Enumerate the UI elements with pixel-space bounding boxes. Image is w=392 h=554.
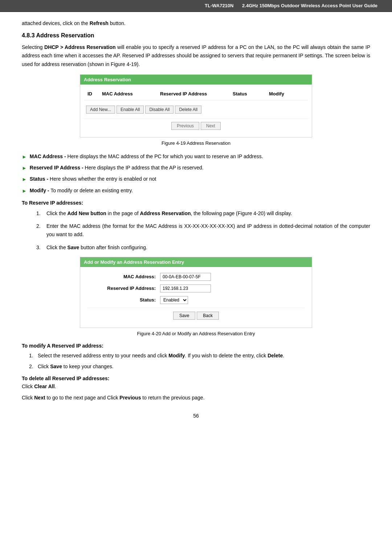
table1-buttons: Add New... Enable All Disable All Delete… <box>84 106 308 114</box>
bullet-arrow-1: ► <box>22 153 27 161</box>
bullet-mac: ► MAC Address - Here displays the MAC ad… <box>22 152 370 161</box>
status-label: Status: <box>87 297 160 303</box>
step-2-content: Enter the MAC address (the format for th… <box>46 222 370 239</box>
form-buttons: Save Back <box>87 308 305 322</box>
intro-paragraph: attached devices, click on the Refresh b… <box>22 19 370 27</box>
form-row-mac: MAC Address: <box>87 273 305 281</box>
bullet-rip-text: Reserved IP Address - Here displays the … <box>30 164 204 172</box>
table2-header: Add or Modify an Address Reservation Ent… <box>80 257 312 267</box>
rip-label: Reserved IP Address: <box>87 286 160 291</box>
bullet-arrow-2: ► <box>22 164 27 172</box>
modify-step-1-text: Select the reserved address entry to you… <box>38 352 284 360</box>
bullet-mac-text: MAC Address - Here displays the MAC addr… <box>30 152 263 160</box>
col-mac: MAC Address <box>102 91 160 97</box>
step-3: 3. Click the Save button after finish co… <box>36 243 370 252</box>
bullet-arrow-3: ► <box>22 175 27 183</box>
bullet-arrow-4: ► <box>22 187 27 195</box>
enable-all-button[interactable]: Enable All <box>117 106 144 114</box>
delete-all-button[interactable]: Delete All <box>175 106 201 114</box>
step-1: 1. Click the Add New button in the page … <box>36 209 370 218</box>
disable-all-button[interactable]: Disable All <box>145 106 173 114</box>
status-select[interactable]: Enabled Disabled <box>160 296 188 304</box>
bullet-rip: ► Reserved IP Address - Here displays th… <box>22 164 370 172</box>
bullet-modify-text: Modify - To modify or delete an existing… <box>30 186 133 194</box>
add-new-button[interactable]: Add New... <box>86 106 115 114</box>
modify-step-1-num: 1. <box>29 352 38 360</box>
col-status: Status <box>233 91 269 97</box>
step-3-content: Click the Save button after finish confi… <box>46 243 370 252</box>
header-bar: TL-WA7210N 2.4GHz 150Mbps Outdoor Wirele… <box>0 0 392 12</box>
table1-body: ID MAC Address Reserved IP Address Statu… <box>80 85 312 137</box>
reserve-title: To Reserve IP addresses: <box>22 200 370 206</box>
table2-form: MAC Address: Reserved IP Address: Status… <box>80 267 312 328</box>
table1-header: Address Reservation <box>80 75 312 85</box>
reserve-section: To Reserve IP addresses: 1. Click the Ad… <box>22 200 370 251</box>
mac-label: MAC Address: <box>87 274 160 279</box>
intro-text-before: attached devices, click on the <box>22 20 90 26</box>
bullet-status: ► Status - Here shows whether the entry … <box>22 175 370 183</box>
description-paragraph: Selecting DHCP > Address Reservation wil… <box>22 43 370 68</box>
add-modify-table: Add or Modify an Address Reservation Ent… <box>80 257 312 328</box>
table1-nav: Previous Next <box>84 119 308 133</box>
bullet-modify: ► Modify - To modify or delete an existi… <box>22 186 370 195</box>
modify-title: To modify A Reserved IP address: <box>22 343 370 349</box>
previous-button[interactable]: Previous <box>171 122 199 130</box>
col-rip: Reserved IP Address <box>160 91 233 97</box>
delete-text: Click Clear All. <box>22 383 370 389</box>
col-id: ID <box>84 91 102 97</box>
modify-section: To modify A Reserved IP address: 1. Sele… <box>22 343 370 371</box>
intro-text-after: button. <box>109 20 126 26</box>
bottom-nav-text: Click Next to go to the next page and Cl… <box>22 394 370 402</box>
bullet-status-text: Status - Here shows whether the entry is… <box>30 175 156 183</box>
mac-input[interactable] <box>160 273 211 281</box>
modify-steps: 1. Select the reserved address entry to … <box>29 352 370 371</box>
modify-step-2-num: 2. <box>29 362 38 370</box>
col-modify: Modify <box>269 91 305 97</box>
intro-bold: Refresh <box>90 20 109 26</box>
rip-input[interactable] <box>160 284 211 292</box>
step-1-num: 1. <box>36 209 46 218</box>
step-2-num: 2. <box>36 222 46 239</box>
address-reservation-table: Address Reservation ID MAC Address Reser… <box>80 74 312 138</box>
main-content: attached devices, click on the Refresh b… <box>0 12 392 433</box>
form-row-status: Status: Enabled Disabled <box>87 296 305 304</box>
bullet-list: ► MAC Address - Here displays the MAC ad… <box>22 152 370 195</box>
delete-title: To delete all Reserved IP addresses: <box>22 376 370 381</box>
model-name: TL-WA7210N <box>205 3 233 8</box>
page-number: 56 <box>22 413 370 419</box>
step-3-num: 3. <box>36 243 46 252</box>
modify-step-1: 1. Select the reserved address entry to … <box>29 352 370 360</box>
save-button[interactable]: Save <box>173 312 195 320</box>
modify-step-2-text: Click Save to keep your changes. <box>38 362 114 370</box>
guide-title: 2.4GHz 150Mbps Outdoor Wireless Access P… <box>242 3 377 8</box>
figure1-caption: Figure 4-19 Address Reservation <box>22 140 370 146</box>
section-title: 4.8.3 Address Reservation <box>22 32 370 39</box>
delete-section: To delete all Reserved IP addresses: Cli… <box>22 376 370 389</box>
table1-columns: ID MAC Address Reserved IP Address Statu… <box>84 89 308 100</box>
back-button[interactable]: Back <box>197 312 219 320</box>
next-button[interactable]: Next <box>201 122 221 130</box>
figure2-caption: Figure 4-20 Add or Modify an Address Res… <box>22 331 370 336</box>
modify-step-2: 2. Click Save to keep your changes. <box>29 362 370 370</box>
reserve-steps: 1. Click the Add New button in the page … <box>36 209 370 251</box>
step-2: 2. Enter the MAC address (the format for… <box>36 222 370 239</box>
status-select-wrap: Enabled Disabled <box>160 296 188 304</box>
step-1-content: Click the Add New button in the page of … <box>46 209 370 218</box>
form-row-rip: Reserved IP Address: <box>87 284 305 292</box>
